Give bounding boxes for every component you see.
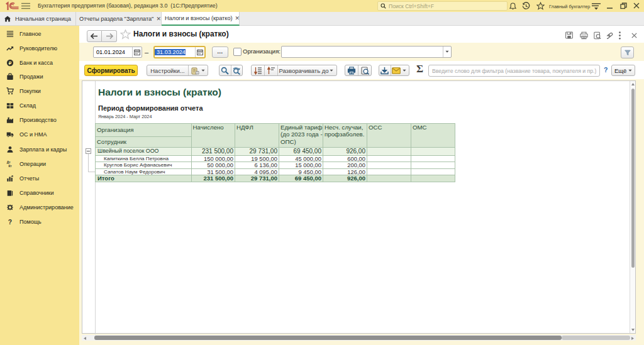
svg-text:Дт: Дт bbox=[7, 161, 11, 164]
svg-text:?: ? bbox=[8, 219, 12, 226]
svg-text:Кт: Кт bbox=[8, 165, 12, 168]
svg-text:₽: ₽ bbox=[9, 60, 12, 65]
